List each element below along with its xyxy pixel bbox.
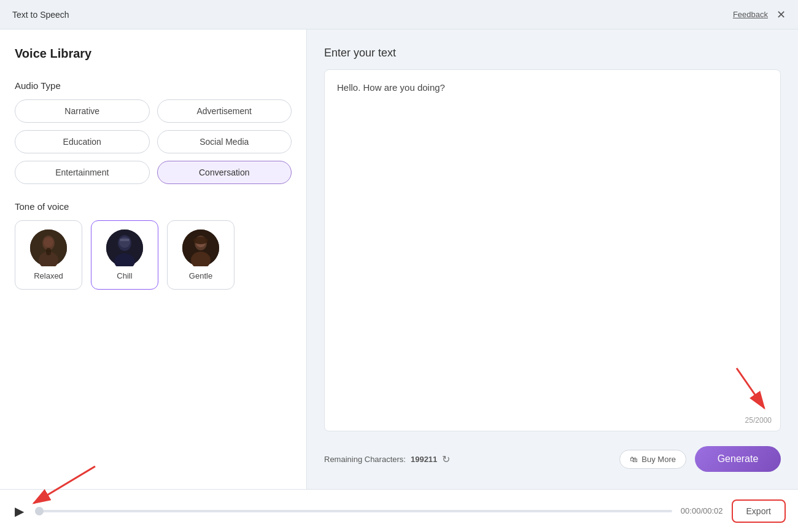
- app-title: Text to Speech: [12, 10, 69, 20]
- audio-type-narrative[interactable]: Narrative: [15, 99, 150, 123]
- tone-section: Tone of voice: [15, 201, 292, 290]
- audio-type-social-media[interactable]: Social Media: [157, 130, 292, 153]
- tone-chill-label: Chill: [117, 271, 132, 280]
- time-display: 00:00/00:02: [681, 506, 723, 515]
- svg-point-8: [119, 237, 130, 248]
- progress-thumb: [35, 507, 44, 515]
- buy-more-icon: 🛍: [630, 455, 638, 464]
- main-content: Voice Library Audio Type Narrative Adver…: [0, 29, 798, 489]
- tone-gentle[interactable]: Gentle: [167, 220, 234, 290]
- tone-gentle-label: Gentle: [189, 271, 212, 280]
- svg-rect-9: [120, 239, 130, 241]
- audio-type-education[interactable]: Education: [15, 130, 150, 153]
- tone-gentle-avatar: [182, 229, 219, 266]
- audio-type-entertainment[interactable]: Entertainment: [15, 161, 150, 184]
- right-panel: Enter your text Hello. How are you doing…: [307, 29, 798, 489]
- svg-rect-4: [46, 248, 51, 255]
- right-bottom-bar: Remaining Characters: 199211 ↻ 🛍 Buy Mor…: [324, 441, 781, 477]
- audio-type-conversation[interactable]: Conversation: [157, 161, 292, 184]
- right-actions: 🛍 Buy More Generate: [619, 446, 781, 472]
- voice-library-title: Voice Library: [15, 47, 292, 61]
- audio-type-section: Audio Type Narrative Advertisement Educa…: [15, 80, 292, 184]
- close-button[interactable]: ✕: [777, 9, 786, 20]
- tone-relaxed[interactable]: Relaxed: [15, 220, 82, 290]
- tone-relaxed-label: Relaxed: [34, 271, 63, 280]
- audio-type-grid: Narrative Advertisement Education Social…: [15, 99, 292, 184]
- tone-grid: Relaxed Chill: [15, 220, 292, 290]
- svg-point-3: [44, 237, 53, 247]
- progress-track[interactable]: [35, 510, 672, 512]
- svg-point-14: [193, 237, 208, 244]
- tone-chill-avatar: [106, 229, 143, 266]
- title-bar-actions: Feedback ✕: [733, 9, 786, 20]
- tone-label: Tone of voice: [15, 201, 292, 212]
- generate-button[interactable]: Generate: [695, 446, 781, 472]
- enter-text-title: Enter your text: [324, 47, 781, 60]
- audio-type-label: Audio Type: [15, 80, 292, 91]
- remaining-label: Remaining Characters:: [324, 455, 406, 464]
- char-count: 25/2000: [745, 416, 772, 425]
- text-area-wrapper: Hello. How are you doing? 25/2000: [324, 69, 781, 431]
- remaining-chars: Remaining Characters: 199211 ↻: [324, 453, 450, 465]
- title-bar: Text to Speech Feedback ✕: [0, 0, 798, 29]
- left-panel: Voice Library Audio Type Narrative Adver…: [0, 29, 307, 489]
- play-button[interactable]: ▶: [12, 501, 26, 521]
- tone-relaxed-avatar: [30, 229, 67, 266]
- buy-more-button[interactable]: 🛍 Buy More: [619, 450, 686, 469]
- audio-type-advertisement[interactable]: Advertisement: [157, 99, 292, 123]
- text-input[interactable]: Hello. How are you doing?: [325, 70, 780, 431]
- remaining-value: 199211: [411, 455, 437, 464]
- refresh-icon[interactable]: ↻: [442, 453, 450, 465]
- export-button[interactable]: Export: [732, 499, 786, 523]
- buy-more-label: Buy More: [641, 455, 676, 464]
- player-bar: ▶ 00:00/00:02 Export: [0, 489, 798, 532]
- tone-chill[interactable]: Chill: [91, 220, 158, 290]
- feedback-link[interactable]: Feedback: [733, 10, 768, 19]
